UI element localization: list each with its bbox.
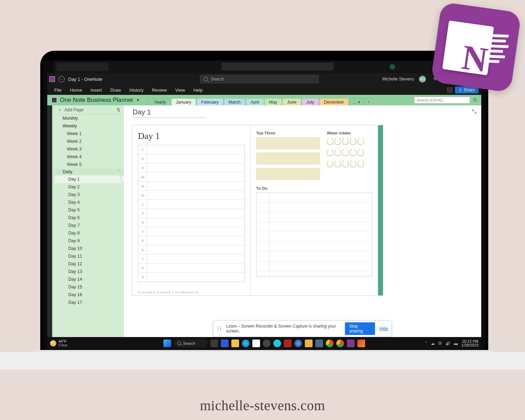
schedule-row[interactable]: 11: [138, 182, 244, 191]
schedule-row[interactable]: 8: [138, 264, 244, 273]
schedule-row[interactable]: 9: [138, 163, 244, 173]
page-canvas[interactable]: Day 1 Day 1 789101112123456789 Top T: [124, 105, 481, 337]
tab-february[interactable]: February: [197, 98, 223, 106]
menu-help[interactable]: Help: [189, 86, 207, 94]
section-search-input[interactable]: Search (Ctrl+E): [414, 97, 470, 104]
schedule-row[interactable]: 5: [138, 236, 244, 245]
water-drop-icon[interactable]: [327, 137, 333, 145]
page-day-3[interactable]: Day 3: [54, 191, 123, 198]
page-day-6[interactable]: Day 6: [54, 214, 123, 222]
store-icon[interactable]: [252, 340, 260, 347]
water-row-1[interactable]: [327, 137, 372, 145]
fullscreen-note-icon[interactable]: [447, 88, 452, 92]
page-weekly[interactable]: Weekly: [54, 122, 123, 130]
menu-draw[interactable]: Draw: [106, 86, 125, 94]
onenote-taskbar-icon[interactable]: [347, 340, 355, 347]
tray-chevron-icon[interactable]: ˄: [425, 341, 427, 346]
page-day-9[interactable]: Day 9: [54, 237, 123, 245]
section-search-icon[interactable]: [472, 97, 478, 103]
schedule-row[interactable]: 9: [138, 273, 244, 282]
menu-view[interactable]: View: [171, 86, 189, 94]
water-row-2[interactable]: [327, 148, 372, 156]
taskbar-clock[interactable]: 10:12 PM 1/28/2023: [461, 340, 478, 347]
menu-home[interactable]: Home: [66, 86, 86, 94]
water-drop-icon[interactable]: [350, 160, 356, 167]
page-day-14[interactable]: Day 14: [54, 275, 123, 283]
windows-taskbar[interactable]: 44°F Clear Search: [47, 337, 481, 350]
page-title[interactable]: Day 1: [133, 108, 206, 118]
top-three-1[interactable]: [256, 137, 320, 149]
taskbar-search[interactable]: Search: [174, 339, 208, 348]
water-drop-icon[interactable]: [350, 137, 356, 145]
top-three-boxes[interactable]: [256, 137, 320, 180]
app-icon-7[interactable]: [357, 340, 365, 347]
water-drop-icon[interactable]: [335, 160, 341, 167]
water-drop-icon[interactable]: [327, 160, 333, 167]
menu-insert[interactable]: Insert: [86, 86, 106, 94]
water-drop-icon[interactable]: [358, 160, 364, 167]
page-week-2[interactable]: Week 2: [54, 138, 123, 145]
chrome-icon-1[interactable]: [326, 340, 334, 347]
page-monthly[interactable]: Monthly: [54, 114, 123, 122]
tab-june[interactable]: June: [282, 98, 301, 106]
water-row-3[interactable]: [327, 160, 372, 167]
collapsed-nav-gutter[interactable]: [47, 105, 52, 337]
calculator-icon[interactable]: [315, 340, 323, 347]
schedule-row[interactable]: 7: [138, 254, 244, 264]
page-group-daily[interactable]: Daily˄: [54, 168, 123, 175]
onedrive-icon[interactable]: ☁: [431, 341, 435, 346]
taskview-icon[interactable]: [210, 340, 218, 347]
planner-template[interactable]: Day 1 789101112123456789 Top Three: [132, 125, 383, 296]
water-drop-icon[interactable]: [358, 148, 364, 156]
top-three-2[interactable]: [256, 153, 320, 164]
chrome-icon-2[interactable]: [336, 340, 344, 347]
water-drop-icon[interactable]: [335, 148, 341, 156]
todo-area[interactable]: [256, 192, 372, 276]
tab-yearly[interactable]: Yearly: [149, 98, 170, 106]
schedule-row[interactable]: 12: [138, 191, 244, 200]
menu-history[interactable]: History: [125, 86, 148, 94]
schedule-grid[interactable]: 789101112123456789: [138, 145, 245, 282]
schedule-row[interactable]: 3: [138, 218, 244, 227]
app-icon-2[interactable]: [263, 340, 271, 347]
menu-file[interactable]: File: [50, 86, 66, 94]
volume-icon[interactable]: 🔊: [446, 341, 450, 346]
hide-share-bar-link[interactable]: Hide: [379, 326, 388, 331]
menu-review[interactable]: Review: [148, 86, 171, 94]
water-drop-icon[interactable]: [358, 137, 364, 145]
edge-icon[interactable]: [242, 340, 250, 347]
avatar[interactable]: MS: [419, 76, 426, 83]
tab-december[interactable]: December: [320, 98, 349, 106]
notebook-picker[interactable]: One Note Business Planner ▼: [47, 95, 147, 105]
water-drop-icon[interactable]: [350, 148, 356, 156]
page-week-5[interactable]: Week 5: [54, 161, 123, 168]
schedule-row[interactable]: 6: [138, 245, 244, 254]
app-icon-4[interactable]: [284, 340, 292, 347]
water-drop-icon[interactable]: [327, 148, 333, 156]
page-day-15[interactable]: Day 15: [54, 283, 123, 291]
page-day-17[interactable]: Day 17: [54, 299, 123, 306]
add-section-button[interactable]: +: [364, 98, 373, 106]
app-icon-3[interactable]: [273, 340, 281, 347]
page-day-2[interactable]: Day 2: [54, 183, 123, 191]
expand-canvas-icon[interactable]: [471, 109, 477, 114]
page-week-1[interactable]: Week 1: [54, 130, 123, 138]
schedule-row[interactable]: 10: [138, 173, 244, 182]
page-day-5[interactable]: Day 5: [54, 206, 123, 214]
page-day-12[interactable]: Day 12: [54, 260, 123, 268]
tab-january[interactable]: January: [171, 98, 196, 106]
water-drop-icon[interactable]: [342, 137, 349, 145]
page-day-10[interactable]: Day 10: [54, 245, 123, 252]
page-list[interactable]: MonthlyWeeklyWeek 1Week 2Week 3Week 4Wee…: [54, 114, 123, 337]
wifi-icon[interactable]: ⦿: [438, 341, 442, 345]
sort-pages-icon[interactable]: ⇅: [117, 107, 120, 112]
water-drop-icon[interactable]: [335, 137, 341, 145]
water-drop-icon[interactable]: [342, 160, 349, 167]
pause-icon[interactable]: ||: [217, 326, 222, 331]
signed-in-user[interactable]: Michelle Stevens: [382, 77, 414, 82]
top-three-3[interactable]: [256, 168, 320, 180]
page-week-3[interactable]: Week 3: [54, 145, 123, 153]
tab-may[interactable]: May: [265, 98, 282, 106]
page-day-16[interactable]: Day 16: [54, 291, 123, 299]
global-search-input[interactable]: Search: [200, 75, 319, 83]
